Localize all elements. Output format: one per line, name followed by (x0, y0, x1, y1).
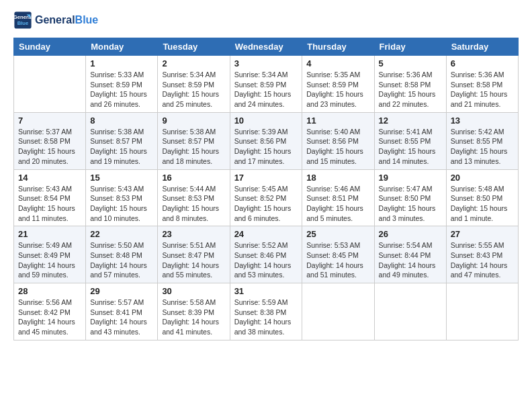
calendar-cell: 7Sunrise: 5:37 AMSunset: 8:58 PMDaylight… (14, 112, 86, 169)
day-info: Sunrise: 5:45 AMSunset: 8:52 PMDaylight:… (234, 184, 298, 224)
day-info: Sunrise: 5:56 AMSunset: 8:42 PMDaylight:… (18, 298, 81, 337)
day-info: Sunrise: 5:39 AMSunset: 8:56 PMDaylight:… (234, 127, 298, 167)
calendar-cell: 6Sunrise: 5:36 AMSunset: 8:58 PMDaylight… (446, 56, 518, 113)
calendar-cell: 10Sunrise: 5:39 AMSunset: 8:56 PMDayligh… (230, 112, 302, 169)
calendar-cell: 29Sunrise: 5:57 AMSunset: 8:41 PMDayligh… (86, 283, 158, 340)
day-info: Sunrise: 5:59 AMSunset: 8:38 PMDaylight:… (234, 298, 298, 337)
day-info: Sunrise: 5:43 AMSunset: 8:53 PMDaylight:… (90, 184, 153, 224)
day-number: 11 (306, 116, 369, 126)
weekday-header: Monday (86, 38, 158, 56)
calendar-cell: 27Sunrise: 5:55 AMSunset: 8:43 PMDayligh… (446, 226, 518, 283)
day-number: 15 (90, 173, 153, 183)
day-number: 8 (90, 116, 153, 126)
day-number: 3 (234, 58, 298, 68)
day-info: Sunrise: 5:55 AMSunset: 8:43 PMDaylight:… (451, 240, 514, 280)
day-number: 4 (306, 58, 369, 68)
calendar-cell (302, 283, 374, 340)
calendar-cell: 25Sunrise: 5:53 AMSunset: 8:45 PMDayligh… (302, 226, 374, 283)
calendar-cell: 28Sunrise: 5:56 AMSunset: 8:42 PMDayligh… (14, 283, 86, 340)
calendar-cell (14, 56, 86, 113)
page-header: General Blue GeneralBlue (13, 11, 519, 30)
calendar-cell: 3Sunrise: 5:34 AMSunset: 8:59 PMDaylight… (230, 56, 302, 113)
day-info: Sunrise: 5:51 AMSunset: 8:47 PMDaylight:… (162, 240, 225, 280)
calendar-cell: 13Sunrise: 5:42 AMSunset: 8:55 PMDayligh… (446, 112, 518, 169)
day-info: Sunrise: 5:34 AMSunset: 8:59 PMDaylight:… (234, 70, 298, 109)
day-number: 28 (18, 286, 81, 296)
calendar-cell: 16Sunrise: 5:44 AMSunset: 8:53 PMDayligh… (158, 169, 230, 226)
calendar-cell: 8Sunrise: 5:38 AMSunset: 8:57 PMDaylight… (86, 112, 158, 169)
calendar-week-row: 1Sunrise: 5:33 AMSunset: 8:59 PMDaylight… (14, 56, 519, 113)
calendar-cell: 17Sunrise: 5:45 AMSunset: 8:52 PMDayligh… (230, 169, 302, 226)
calendar-cell: 23Sunrise: 5:51 AMSunset: 8:47 PMDayligh… (158, 226, 230, 283)
calendar-header-row: SundayMondayTuesdayWednesdayThursdayFrid… (14, 38, 519, 56)
weekday-header: Thursday (302, 38, 374, 56)
logo-text: GeneralBlue (35, 13, 98, 26)
day-number: 18 (306, 173, 369, 183)
calendar-cell (446, 283, 518, 340)
svg-text:Blue: Blue (17, 20, 29, 26)
day-number: 27 (451, 229, 514, 239)
calendar-cell: 9Sunrise: 5:38 AMSunset: 8:57 PMDaylight… (158, 112, 230, 169)
logo: General Blue GeneralBlue (13, 11, 98, 30)
day-number: 20 (451, 173, 514, 183)
day-number: 9 (162, 116, 225, 126)
day-info: Sunrise: 5:41 AMSunset: 8:55 PMDaylight:… (379, 127, 442, 167)
day-info: Sunrise: 5:36 AMSunset: 8:58 PMDaylight:… (451, 70, 514, 109)
day-info: Sunrise: 5:50 AMSunset: 8:48 PMDaylight:… (90, 240, 153, 280)
day-number: 13 (451, 116, 514, 126)
weekday-header: Tuesday (158, 38, 230, 56)
calendar-week-row: 14Sunrise: 5:43 AMSunset: 8:54 PMDayligh… (14, 169, 519, 226)
calendar-cell: 18Sunrise: 5:46 AMSunset: 8:51 PMDayligh… (302, 169, 374, 226)
calendar-cell: 19Sunrise: 5:47 AMSunset: 8:50 PMDayligh… (374, 169, 446, 226)
day-info: Sunrise: 5:40 AMSunset: 8:56 PMDaylight:… (306, 127, 369, 167)
day-info: Sunrise: 5:44 AMSunset: 8:53 PMDaylight:… (162, 184, 225, 224)
day-number: 17 (234, 173, 298, 183)
day-number: 14 (18, 173, 81, 183)
day-number: 6 (451, 58, 514, 68)
day-number: 23 (162, 229, 225, 239)
day-number: 1 (90, 58, 153, 68)
calendar-cell (374, 283, 446, 340)
day-info: Sunrise: 5:38 AMSunset: 8:57 PMDaylight:… (162, 127, 225, 167)
day-number: 25 (306, 229, 369, 239)
day-number: 5 (379, 58, 442, 68)
day-number: 24 (234, 229, 298, 239)
calendar-cell: 21Sunrise: 5:49 AMSunset: 8:49 PMDayligh… (14, 226, 86, 283)
day-number: 26 (379, 229, 442, 239)
day-info: Sunrise: 5:52 AMSunset: 8:46 PMDaylight:… (234, 240, 298, 280)
day-info: Sunrise: 5:37 AMSunset: 8:58 PMDaylight:… (18, 127, 81, 167)
calendar-cell: 2Sunrise: 5:34 AMSunset: 8:59 PMDaylight… (158, 56, 230, 113)
day-number: 7 (18, 116, 81, 126)
calendar-cell: 12Sunrise: 5:41 AMSunset: 8:55 PMDayligh… (374, 112, 446, 169)
day-info: Sunrise: 5:49 AMSunset: 8:49 PMDaylight:… (18, 240, 81, 280)
day-number: 16 (162, 173, 225, 183)
day-number: 2 (162, 58, 225, 68)
day-info: Sunrise: 5:58 AMSunset: 8:39 PMDaylight:… (162, 298, 225, 337)
calendar-cell: 14Sunrise: 5:43 AMSunset: 8:54 PMDayligh… (14, 169, 86, 226)
day-info: Sunrise: 5:43 AMSunset: 8:54 PMDaylight:… (18, 184, 81, 224)
day-info: Sunrise: 5:46 AMSunset: 8:51 PMDaylight:… (306, 184, 369, 224)
calendar-cell: 20Sunrise: 5:48 AMSunset: 8:50 PMDayligh… (446, 169, 518, 226)
day-number: 21 (18, 229, 81, 239)
calendar-week-row: 7Sunrise: 5:37 AMSunset: 8:58 PMDaylight… (14, 112, 519, 169)
calendar-cell: 4Sunrise: 5:35 AMSunset: 8:59 PMDaylight… (302, 56, 374, 113)
day-number: 29 (90, 286, 153, 296)
day-info: Sunrise: 5:36 AMSunset: 8:58 PMDaylight:… (379, 70, 442, 109)
day-info: Sunrise: 5:53 AMSunset: 8:45 PMDaylight:… (306, 240, 369, 280)
calendar-cell: 15Sunrise: 5:43 AMSunset: 8:53 PMDayligh… (86, 169, 158, 226)
day-info: Sunrise: 5:42 AMSunset: 8:55 PMDaylight:… (451, 127, 514, 167)
calendar-week-row: 28Sunrise: 5:56 AMSunset: 8:42 PMDayligh… (14, 283, 519, 340)
day-number: 19 (379, 173, 442, 183)
day-number: 30 (162, 286, 225, 296)
day-info: Sunrise: 5:38 AMSunset: 8:57 PMDaylight:… (90, 127, 153, 167)
calendar-week-row: 21Sunrise: 5:49 AMSunset: 8:49 PMDayligh… (14, 226, 519, 283)
calendar-cell: 30Sunrise: 5:58 AMSunset: 8:39 PMDayligh… (158, 283, 230, 340)
day-info: Sunrise: 5:54 AMSunset: 8:44 PMDaylight:… (379, 240, 442, 280)
calendar-cell: 1Sunrise: 5:33 AMSunset: 8:59 PMDaylight… (86, 56, 158, 113)
day-info: Sunrise: 5:34 AMSunset: 8:59 PMDaylight:… (162, 70, 225, 109)
calendar-cell: 5Sunrise: 5:36 AMSunset: 8:58 PMDaylight… (374, 56, 446, 113)
day-number: 31 (234, 286, 298, 296)
calendar-cell: 31Sunrise: 5:59 AMSunset: 8:38 PMDayligh… (230, 283, 302, 340)
day-info: Sunrise: 5:47 AMSunset: 8:50 PMDaylight:… (379, 184, 442, 224)
calendar-cell: 22Sunrise: 5:50 AMSunset: 8:48 PMDayligh… (86, 226, 158, 283)
